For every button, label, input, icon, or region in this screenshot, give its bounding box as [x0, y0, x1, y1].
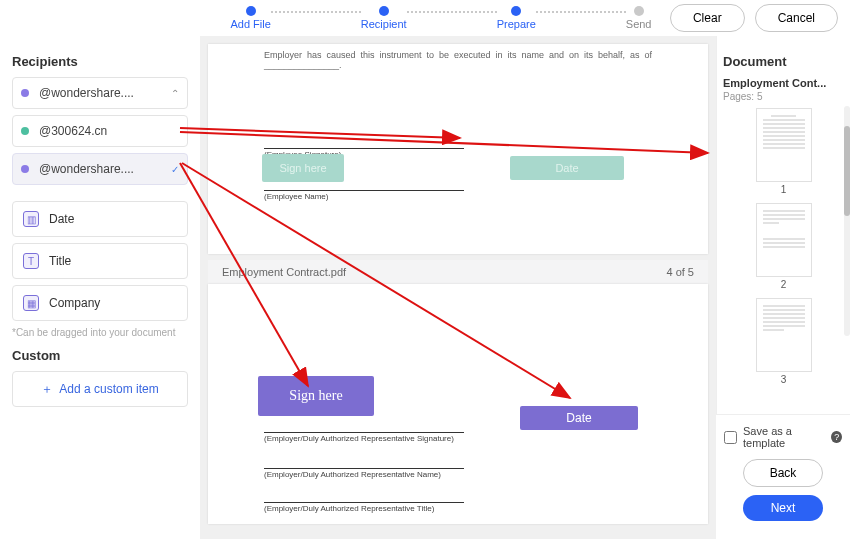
next-button[interactable]: Next [743, 495, 823, 521]
caption-rep-signature: (Employer/Duly Authorized Representative… [264, 434, 454, 443]
footer-actions: Save as a template ? Back Next [716, 414, 850, 539]
help-icon[interactable]: ? [831, 431, 842, 443]
caption-rep-title: (Employer/Duly Authorized Representative… [264, 504, 434, 513]
caption-rep-name: (Employer/Duly Authorized Representative… [264, 470, 441, 479]
field-label: Date [49, 212, 74, 226]
thumbnail-3[interactable] [756, 298, 812, 372]
right-panel: Document Employment Cont... Pages: 5 1 2… [716, 36, 850, 539]
title-icon: T [23, 253, 39, 269]
company-icon: ▦ [23, 295, 39, 311]
back-button[interactable]: Back [743, 459, 823, 487]
doc-intro-text: Employer has caused this instrument to b… [264, 50, 652, 70]
thumbnail-number: 2 [723, 279, 844, 290]
date-icon: ▥ [23, 211, 39, 227]
file-name: Employment Contract.pdf [222, 266, 346, 278]
step-send: Send [626, 6, 652, 30]
step-add-file[interactable]: Add File [230, 6, 270, 30]
field-label: Title [49, 254, 71, 268]
thumbnail-1[interactable] [756, 108, 812, 182]
thumbnail-2[interactable] [756, 203, 812, 277]
recipient-color-dot [21, 89, 29, 97]
cancel-button[interactable]: Cancel [755, 4, 838, 32]
document-name: Employment Cont... [723, 77, 844, 89]
document-panel-title: Document [723, 54, 844, 69]
recipient-email: @300624.cn [39, 124, 179, 138]
chevron-up-icon: ⌃ [171, 88, 179, 99]
document-page-4: Sign here Date (Employer/Duly Authorized… [208, 284, 708, 524]
plus-icon: ＋ [41, 381, 53, 398]
recipient-2[interactable]: @300624.cn [12, 115, 188, 147]
recipient-1[interactable]: @wondershare.... ⌃ [12, 77, 188, 109]
thumbnail-number: 1 [723, 184, 844, 195]
sign-here-field-employer[interactable]: Sign here [258, 376, 374, 416]
thumbnail-number: 3 [723, 374, 844, 385]
wizard-steps: Add File Recipient Prepare Send [212, 6, 670, 30]
save-template-checkbox[interactable]: Save as a template ? [724, 425, 842, 449]
field-label: Company [49, 296, 100, 310]
thumbnail-scrollbar[interactable] [844, 106, 850, 336]
field-company[interactable]: ▦ Company [12, 285, 188, 321]
recipient-color-dot [21, 127, 29, 135]
recipient-color-dot [21, 165, 29, 173]
left-panel: Recipients @wondershare.... ⌃ @300624.cn… [0, 36, 200, 539]
date-field-employee[interactable]: Date [510, 156, 624, 180]
clear-button[interactable]: Clear [670, 4, 745, 32]
step-recipient[interactable]: Recipient [361, 6, 407, 30]
pages-info: Pages: 5 [723, 91, 844, 102]
page-counter: 4 of 5 [666, 266, 694, 278]
recipients-title: Recipients [12, 54, 188, 69]
sign-here-field-employee[interactable]: Sign here [262, 154, 344, 182]
document-page-3: Employer has caused this instrument to b… [208, 44, 708, 254]
field-date[interactable]: ▥ Date [12, 201, 188, 237]
step-prepare[interactable]: Prepare [497, 6, 536, 30]
recipient-email: @wondershare.... [39, 162, 161, 176]
caption-employee-name: (Employee Name) [264, 192, 328, 201]
custom-title: Custom [12, 348, 188, 363]
field-title[interactable]: T Title [12, 243, 188, 279]
recipient-email: @wondershare.... [39, 86, 161, 100]
file-info-bar: Employment Contract.pdf 4 of 5 [208, 260, 708, 284]
add-custom-button[interactable]: ＋ Add a custom item [12, 371, 188, 407]
save-template-input[interactable] [724, 431, 737, 444]
check-icon: ✓ [171, 164, 179, 175]
date-field-employer[interactable]: Date [520, 406, 638, 430]
drag-note: *Can be dragged into your document [12, 327, 188, 338]
recipient-3[interactable]: @wondershare.... ✓ [12, 153, 188, 185]
